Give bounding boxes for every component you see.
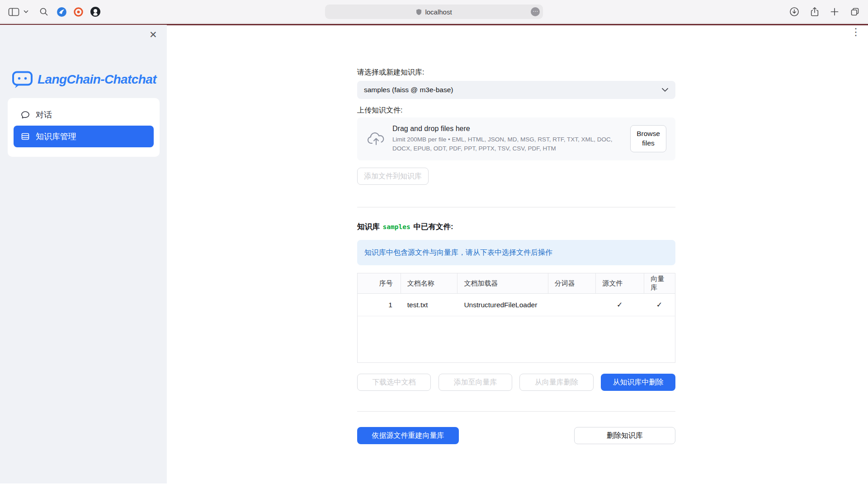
logo-text: LangChain-Chatchat (38, 72, 156, 87)
share-icon (810, 7, 819, 17)
download-icon (789, 7, 799, 17)
sidebar: ✕ LangChain-Chatchat 对话 (0, 25, 167, 483)
sidebar-close-button[interactable]: ✕ (149, 29, 157, 40)
add-to-vector-button[interactable]: 添加至向量库 (439, 374, 512, 391)
sidebar-toggle-chevron[interactable] (22, 8, 30, 15)
info-text: 知识库中包含源文件与向量库，请从下表中选择文件后操作 (364, 248, 552, 258)
column-header-splitter[interactable]: 分词器 (548, 273, 596, 293)
sidebar-item-kb-management[interactable]: 知识库管理 (14, 126, 154, 147)
new-tab-button[interactable] (828, 5, 841, 18)
tab-overview-button[interactable] (848, 5, 862, 19)
app-logo: LangChain-Chatchat (12, 70, 156, 89)
sidebar-item-dialogue[interactable]: 对话 (14, 104, 154, 126)
kb-selectbox[interactable]: samples (faiss @ m3e-base) (357, 81, 675, 99)
files-heading-prefix: 知识库 (357, 222, 380, 230)
kb-select-label: 请选择或新建知识库: (357, 68, 424, 77)
cloud-upload-icon (367, 132, 385, 146)
github-app-icon[interactable] (90, 6, 101, 17)
files-heading: 知识库samples中已有文件: (357, 222, 453, 232)
screen: localhost ⋯ (0, 0, 868, 488)
kb-name-code: samples (383, 223, 410, 230)
column-header-index[interactable]: 序号 (358, 273, 401, 293)
knowledge-base-icon (21, 132, 30, 141)
cell-loader: UnstructuredFileLoader (457, 294, 547, 316)
cell-filename: test.txt (401, 294, 458, 316)
plus-icon (830, 7, 839, 16)
kb-select-value: samples (faiss @ m3e-base) (364, 86, 453, 94)
app-icon-orange[interactable] (73, 7, 84, 17)
rebuild-vector-store-button[interactable]: 依据源文件重建向量库 (357, 427, 459, 444)
delete-kb-button[interactable]: 删除知识库 (574, 427, 675, 444)
app-icon-blue[interactable] (57, 7, 67, 17)
app-menu-button[interactable]: ⋮ (851, 26, 861, 38)
downloads-button[interactable] (788, 5, 801, 19)
dropzone-limit: Limit 200MB per file • EML, HTML, JSON, … (392, 135, 632, 153)
upload-label: 上传知识文件: (357, 106, 402, 115)
column-header-vector[interactable]: 向量库 (644, 273, 675, 293)
tabs-icon (850, 7, 860, 17)
chevron-down-icon (661, 88, 669, 92)
site-shield-icon (416, 9, 422, 15)
browser-toolbar: localhost ⋯ (0, 0, 868, 23)
sidebar-panel-icon (8, 7, 19, 17)
sidebar-toggle-button[interactable] (6, 5, 21, 19)
search-icon (39, 7, 48, 16)
column-header-source[interactable]: 源文件 (595, 273, 644, 293)
table-header-row: 序号 文档名称 文档加载器 分词器 源文件 向量库 (358, 273, 675, 294)
dropzone-text: Drag and drop files here Limit 200MB per… (392, 125, 632, 153)
cell-source-check: ✓ (595, 294, 644, 316)
table-row[interactable]: 1 test.txt UnstructuredFileLoader ✓ ✓ (358, 294, 675, 316)
column-header-filename[interactable]: 文档名称 (401, 273, 458, 293)
add-files-button[interactable]: 添加文件到知识库 (357, 168, 429, 185)
chevron-down-icon (24, 10, 28, 14)
toolbar-right-group (788, 0, 862, 23)
delete-from-kb-button[interactable]: 从知识库中删除 (601, 374, 675, 391)
files-heading-suffix: 中已有文件: (414, 222, 453, 230)
sidebar-item-label: 知识库管理 (36, 131, 76, 142)
browse-files-button[interactable]: Browse files (630, 125, 666, 152)
search-button[interactable] (38, 5, 50, 18)
info-banner: 知识库中包含源文件与向量库，请从下表中选择文件后操作 (357, 240, 675, 265)
dropzone-title: Drag and drop files here (392, 125, 632, 133)
toolbar-left-group (6, 0, 101, 23)
page-settings-icon[interactable]: ⋯ (531, 7, 540, 16)
divider (357, 207, 675, 207)
chat-bubble-icon (21, 110, 30, 119)
chat-logo-icon (12, 70, 33, 89)
share-button[interactable] (808, 5, 821, 19)
sidebar-menu: 对话 知识库管理 (8, 98, 160, 157)
column-header-loader[interactable]: 文档加载器 (457, 273, 547, 293)
cell-splitter (548, 294, 596, 316)
cell-index: 1 (358, 294, 401, 316)
download-selected-button[interactable]: 下载选中文档 (357, 374, 431, 391)
cell-vector-check: ✓ (644, 294, 675, 316)
address-bar[interactable]: localhost ⋯ (325, 5, 543, 19)
divider (357, 411, 675, 412)
remove-from-vector-button[interactable]: 从向量库删除 (519, 374, 594, 391)
sidebar-item-label: 对话 (36, 109, 52, 120)
files-table: 序号 文档名称 文档加载器 分词器 源文件 向量库 1 test.txt Uns… (357, 273, 675, 363)
file-dropzone[interactable]: Drag and drop files here Limit 200MB per… (357, 117, 675, 160)
address-text: localhost (425, 8, 452, 16)
